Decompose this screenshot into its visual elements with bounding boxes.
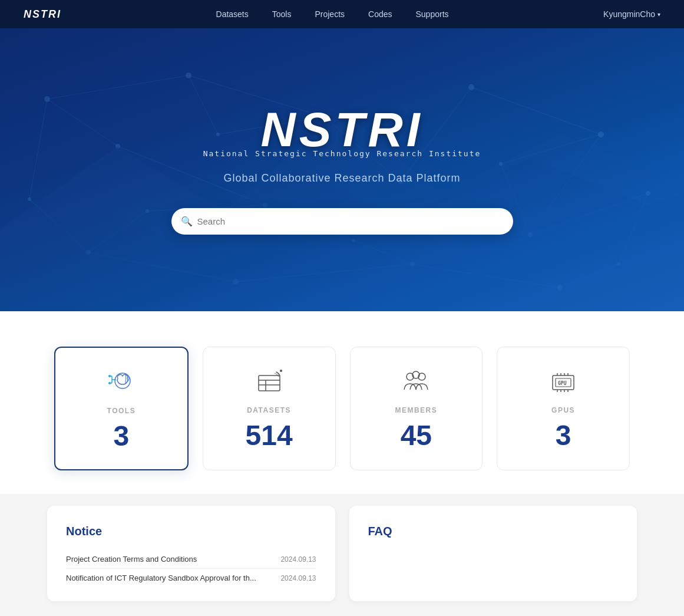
svg-line-39: [29, 99, 47, 199]
tools-icon: [105, 367, 138, 400]
navbar-logo[interactable]: NSTRI: [24, 8, 61, 21]
faq-title: FAQ: [368, 525, 619, 538]
stat-card-tools[interactable]: Tools 3: [54, 347, 189, 470]
notice-date-2: 2024.09.13: [280, 574, 316, 582]
stat-value-members: 45: [401, 421, 432, 450]
notice-title: Notice: [66, 525, 316, 538]
navbar: NSTRI Datasets Tools Projects Codes Supp…: [0, 0, 684, 28]
members-icon: [399, 366, 432, 399]
nav-codes[interactable]: Codes: [368, 9, 392, 19]
chevron-down-icon: ▾: [657, 11, 660, 18]
nav-datasets[interactable]: Datasets: [216, 9, 249, 19]
navbar-username: KyungminCho: [603, 9, 655, 19]
notice-date-1: 2024.09.13: [280, 555, 316, 564]
stat-value-gpus: 3: [556, 421, 571, 450]
stat-card-gpus[interactable]: GPU GPUs 3: [497, 347, 630, 470]
stat-card-datasets[interactable]: DATASETS 514: [203, 347, 336, 470]
svg-text:GPU: GPU: [558, 381, 567, 386]
stat-label-members: MEMBERS: [395, 406, 437, 414]
stats-section: Tools 3 DATASETS 514: [0, 311, 684, 494]
svg-point-56: [280, 370, 282, 372]
svg-point-51: [108, 375, 111, 377]
stat-label-gpus: GPUs: [551, 406, 575, 414]
notice-card: Notice Project Creation Terms and Condit…: [47, 506, 335, 601]
hero-subtitle: National Strategic Technology Research I…: [203, 149, 481, 158]
stat-card-members[interactable]: MEMBERS 45: [350, 347, 483, 470]
notice-item-2[interactable]: Notification of ICT Regulatory Sandbox A…: [66, 569, 316, 587]
datasets-icon: [253, 366, 286, 399]
notice-text-1: Project Creation Terms and Conditions: [66, 555, 271, 564]
stat-value-datasets: 514: [246, 421, 293, 450]
svg-rect-52: [259, 375, 280, 391]
stat-label-datasets: DATASETS: [247, 406, 291, 414]
nav-tools[interactable]: Tools: [272, 9, 292, 19]
hero-search-wrap: 🔍: [171, 208, 513, 235]
svg-line-21: [47, 75, 189, 99]
nav-projects[interactable]: Projects: [315, 9, 345, 19]
faq-card: FAQ: [349, 506, 637, 601]
hero-section: NSTRI National Strategic Technology Rese…: [0, 28, 684, 311]
notice-list: Project Creation Terms and Conditions 20…: [66, 550, 316, 587]
notice-text-2: Notification of ICT Regulatory Sandbox A…: [66, 574, 271, 582]
stat-value-tools: 3: [114, 422, 130, 450]
svg-point-48: [108, 382, 111, 384]
gpus-icon: GPU: [547, 366, 580, 399]
navbar-user[interactable]: KyungminCho ▾: [603, 9, 660, 19]
navbar-links: Datasets Tools Projects Codes Supports: [216, 9, 449, 19]
search-input[interactable]: [171, 208, 513, 235]
svg-line-20: [47, 99, 118, 146]
nav-supports[interactable]: Supports: [416, 9, 449, 19]
notice-item-1[interactable]: Project Creation Terms and Conditions 20…: [66, 550, 316, 569]
stat-label-tools: Tools: [107, 407, 136, 415]
hero-title: NSTRI: [203, 106, 481, 154]
hero-tagline: Global Collaborative Research Data Platf…: [223, 172, 460, 185]
hero-content: NSTRI National Strategic Technology Rese…: [171, 106, 513, 235]
bottom-section: Notice Project Creation Terms and Condit…: [0, 494, 684, 616]
search-icon: 🔍: [181, 216, 193, 227]
